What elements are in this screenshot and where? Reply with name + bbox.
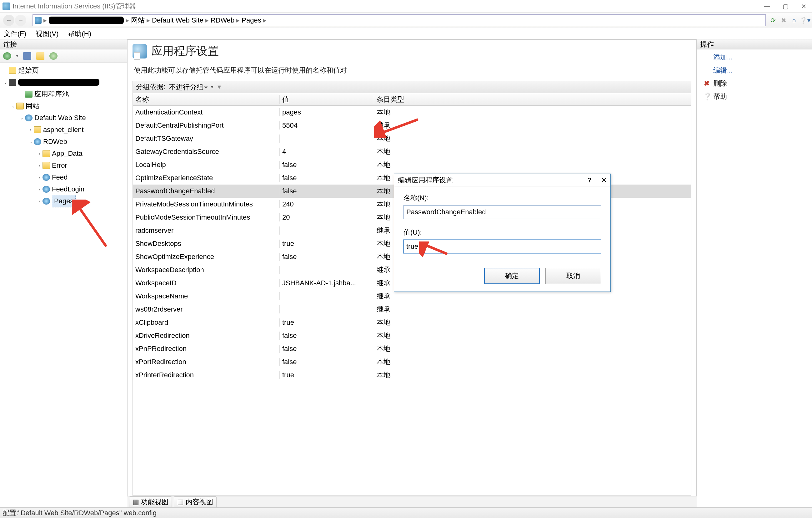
- dropdown-icon[interactable]: ▾: [16, 54, 18, 58]
- cell-type: 继承: [374, 121, 691, 130]
- dialog-cancel-button[interactable]: 取消: [545, 268, 601, 284]
- table-row[interactable]: ws08r2rdserver继承: [133, 303, 691, 316]
- cell-type: 本地: [374, 357, 691, 366]
- cell-name: xPortRedirection: [133, 358, 280, 366]
- chevron-right-icon: ▶: [126, 18, 129, 23]
- stop-icon[interactable]: ✖: [780, 16, 788, 24]
- cell-value: false: [280, 161, 374, 169]
- table-row[interactable]: LocalHelpfalse本地: [133, 158, 691, 171]
- folder-icon: [42, 162, 50, 169]
- tree-default-site[interactable]: ⌄Default Web Site: [1, 112, 126, 124]
- tree-feedlogin[interactable]: ›FeedLogin: [1, 183, 126, 195]
- globe-icon: [34, 138, 41, 145]
- table-row[interactable]: xPnPRedirectionfalse本地: [133, 342, 691, 355]
- action-edit[interactable]: 编辑...: [697, 64, 812, 77]
- dialog-close-button[interactable]: ✕: [601, 176, 607, 184]
- chevron-right-icon: ▶: [147, 18, 150, 23]
- connections-tree[interactable]: 起始页 ⌄ 应用程序池 ⌄网站 ⌄Default Web Site ›aspne…: [0, 62, 127, 507]
- col-name[interactable]: 名称: [133, 95, 280, 104]
- breadcrumb[interactable]: ▶ ▶ 网站 ▶ Default Web Site ▶ RDWeb ▶ Page…: [32, 15, 766, 26]
- actions-panel: 操作 添加... 编辑... ✖删除 ❔帮助: [697, 39, 812, 507]
- edit-setting-dialog: 编辑应用程序设置 ? ✕ 名称(N): 值(U): 确定 取消: [394, 173, 611, 292]
- dialog-name-input[interactable]: [404, 205, 601, 219]
- refresh-icon[interactable]: ⟳: [769, 16, 777, 24]
- dialog-value-input[interactable]: [404, 240, 601, 253]
- menu-file[interactable]: 文件(F): [4, 29, 26, 38]
- dialog-name-label: 名称(N):: [404, 193, 601, 203]
- crumb-pages[interactable]: Pages: [241, 16, 261, 24]
- cell-type: 本地: [374, 160, 691, 169]
- cell-name: xPrinterRedirection: [133, 371, 280, 379]
- table-row[interactable]: DefaultCentralPublishingPort5504继承: [133, 119, 691, 132]
- dialog-ok-button[interactable]: 确定: [484, 268, 540, 284]
- crumb-rdweb[interactable]: RDWeb: [211, 16, 235, 24]
- tree-feed[interactable]: ›Feed: [1, 171, 126, 183]
- tree-start-page[interactable]: 起始页: [1, 64, 126, 76]
- cell-value: true: [280, 319, 374, 327]
- crumb-sites[interactable]: 网站: [131, 16, 145, 25]
- cell-value: false: [280, 345, 374, 353]
- menu-help[interactable]: 帮助(H): [68, 29, 91, 38]
- tree-sites[interactable]: ⌄网站: [1, 100, 126, 112]
- tree-aspnet-client[interactable]: ›aspnet_client: [1, 124, 126, 136]
- tree-pages[interactable]: ›Pages: [1, 195, 126, 207]
- table-row[interactable]: DefaultTSGateway本地: [133, 132, 691, 145]
- cell-name: WorkspaceID: [133, 279, 280, 287]
- tree-error[interactable]: ›Error: [1, 160, 126, 171]
- col-type[interactable]: 条目类型: [374, 95, 691, 104]
- connections-panel: 连接 ▾ 起始页 ⌄ 应用程序池 ⌄网站 ⌄Default Web Site ›…: [0, 39, 127, 507]
- dialog-help-button[interactable]: ?: [588, 176, 592, 184]
- globe-icon: [25, 114, 32, 121]
- cell-name: xPnPRedirection: [133, 345, 280, 353]
- cell-value: 20: [280, 213, 374, 221]
- connect-icon[interactable]: [3, 52, 11, 60]
- svg-line-0: [78, 205, 106, 246]
- page-description: 使用此功能可以存储托管代码应用程序可以在运行时使用的名称和值对: [134, 66, 691, 75]
- help-icon: ❔: [703, 92, 710, 101]
- cell-name: PasswordChangeEnabled: [133, 187, 280, 195]
- menu-view[interactable]: 视图(V): [36, 29, 58, 38]
- table-row[interactable]: GatewayCredentialsSource4本地: [133, 145, 691, 158]
- tree-server[interactable]: ⌄: [1, 76, 126, 88]
- status-text: 配置:"Default Web Site/RDWeb/Pages" web.co…: [2, 508, 156, 518]
- table-row[interactable]: xPortRedirectionfalse本地: [133, 355, 691, 369]
- save-icon[interactable]: [23, 52, 31, 60]
- forward-button[interactable]: →: [15, 15, 26, 26]
- settings-grid[interactable]: 名称 值 条目类型 AuthenticationContextpages本地De…: [133, 93, 691, 496]
- action-delete[interactable]: ✖删除: [697, 77, 812, 90]
- groupby-label: 分组依据:: [136, 82, 165, 92]
- cell-name: PrivateModeSessionTimeoutInMinutes: [133, 200, 280, 208]
- table-row[interactable]: xDriveRedirectionfalse本地: [133, 329, 691, 342]
- tree-app-data[interactable]: ›App_Data: [1, 148, 126, 160]
- cell-name: DefaultCentralPublishingPort: [133, 121, 280, 130]
- action-help[interactable]: ❔帮助: [697, 90, 812, 103]
- back-button[interactable]: ←: [3, 15, 14, 26]
- help-dropdown-icon[interactable]: ❔▾: [801, 16, 809, 24]
- crumb-default-site[interactable]: Default Web Site: [152, 16, 203, 24]
- window-title: Internet Information Services (IIS)管理器: [12, 2, 764, 11]
- tab-content-view[interactable]: ▥内容视图: [174, 496, 216, 508]
- app-pool-icon: [25, 91, 32, 98]
- maximize-button[interactable]: ▢: [783, 2, 788, 10]
- home-icon[interactable]: ⌂: [790, 16, 798, 24]
- groupby-select[interactable]: 不进行分组: [168, 83, 208, 91]
- open-icon[interactable]: [36, 52, 45, 60]
- table-row[interactable]: xClipboardtrue本地: [133, 316, 691, 329]
- cell-name: ShowOptimizeExperience: [133, 253, 280, 261]
- cell-type: 继承: [374, 305, 691, 314]
- table-row[interactable]: xPrinterRedirectiontrue本地: [133, 369, 691, 382]
- tree-app-pools[interactable]: 应用程序池: [1, 88, 126, 100]
- refresh-tree-icon[interactable]: [49, 52, 58, 60]
- table-row[interactable]: AuthenticationContextpages本地: [133, 106, 691, 119]
- server-name-redacted: [18, 79, 99, 86]
- chevron-right-icon: ▶: [44, 18, 47, 23]
- cell-name: OptimizeExperienceState: [133, 174, 280, 182]
- minimize-button[interactable]: —: [764, 2, 770, 10]
- tab-features-view[interactable]: ▦功能视图: [129, 496, 172, 508]
- cell-value: false: [280, 332, 374, 340]
- tree-rdweb[interactable]: ⌄RDWeb: [1, 136, 126, 148]
- action-add[interactable]: 添加...: [697, 51, 812, 64]
- col-value[interactable]: 值: [280, 95, 374, 104]
- close-button[interactable]: ✕: [801, 2, 806, 10]
- chevron-right-icon: ▶: [263, 18, 267, 23]
